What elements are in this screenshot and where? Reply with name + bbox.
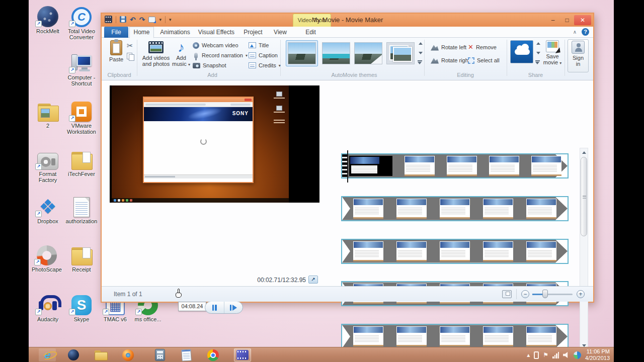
taskbar-clock[interactable]: 11:06 PM 4/20/2013 xyxy=(585,348,610,361)
credits-button[interactable]: Credits▾ xyxy=(249,61,281,70)
taskbar-firefox[interactable] xyxy=(119,348,136,361)
desktop-icon-folder-2[interactable]: 2 xyxy=(32,99,63,129)
taskbar-notepad[interactable] xyxy=(178,348,195,361)
storyboard-scrollbar[interactable] xyxy=(580,148,588,350)
copy-button[interactable] xyxy=(127,52,134,61)
tab-view[interactable]: View xyxy=(269,27,292,38)
desktop-icon-audacity[interactable]: ↗ Audacity xyxy=(32,292,63,322)
desktop-icon-total-video-converter[interactable]: C↗ Total Video Converter xyxy=(66,4,97,40)
clip-thumbnail[interactable] xyxy=(489,156,519,176)
share-scroll-down[interactable] xyxy=(536,52,540,54)
taskbar-chrome[interactable] xyxy=(204,348,221,361)
sign-in-button[interactable]: Signin xyxy=(568,39,589,72)
themes-scroll-up[interactable] xyxy=(419,42,423,45)
clip-thumbnail[interactable] xyxy=(526,326,556,346)
clip-thumbnail[interactable] xyxy=(396,326,427,346)
automovie-theme-2[interactable] xyxy=(322,42,350,64)
remove-button[interactable]: ✕Remove xyxy=(468,43,497,52)
next-frame-button[interactable] xyxy=(224,302,243,313)
desktop-icon-dropbox[interactable]: ❖↗ Dropbox xyxy=(32,194,63,224)
share-more-button[interactable] xyxy=(535,60,540,64)
help-icon[interactable]: ? xyxy=(582,28,589,36)
tray-device-icon[interactable] xyxy=(534,351,539,359)
tab-animations[interactable]: Animations xyxy=(156,27,194,38)
rotate-right-button[interactable]: Rotate right xyxy=(431,56,470,65)
tab-project[interactable]: Project xyxy=(240,27,266,38)
desktop-icon-computer-shortcut[interactable]: ↗ Computer - Shortcut xyxy=(66,50,97,86)
themes-scroll-down[interactable] xyxy=(419,52,423,54)
tray-app-icon[interactable] xyxy=(574,351,581,359)
scroll-up-button[interactable] xyxy=(580,148,588,156)
desktop-icon-photoscape[interactable]: ↗ PhotoScape xyxy=(31,242,62,273)
collapse-ribbon-icon[interactable]: ∧ xyxy=(573,29,577,35)
storyboard-clip-row[interactable] xyxy=(341,153,569,178)
share-skydrive-button[interactable] xyxy=(510,40,533,63)
clip-thumbnail[interactable] xyxy=(353,199,383,219)
record-narration-button[interactable]: Record narration▾ xyxy=(193,51,248,60)
select-all-button[interactable]: Select all xyxy=(468,56,500,65)
themes-more-button[interactable] xyxy=(418,60,422,64)
network-signal-icon[interactable] xyxy=(552,352,559,358)
cut-button[interactable]: ✂ xyxy=(127,41,133,50)
add-videos-button[interactable]: Add videosand photos xyxy=(142,39,170,72)
rotate-left-button[interactable]: Rotate left xyxy=(431,43,466,52)
clip-thumbnail[interactable] xyxy=(483,241,513,261)
tab-edit[interactable]: Edit xyxy=(297,27,325,38)
taskbar-internet-explorer[interactable]: e xyxy=(39,348,56,361)
paste-button[interactable]: Paste xyxy=(106,39,127,72)
fullscreen-button[interactable]: ↗ xyxy=(308,276,318,284)
close-button[interactable]: ✕ xyxy=(574,15,591,25)
save-movie-button[interactable]: Savemovie ▾ xyxy=(541,39,564,72)
zoom-in-button[interactable]: + xyxy=(577,290,585,298)
clip-thumbnail[interactable] xyxy=(405,156,435,176)
desktop-icon-skype[interactable]: S↗ Skype xyxy=(66,292,97,322)
desktop-icon-format-factory[interactable]: ↗ Format Factory xyxy=(32,147,63,183)
zoom-slider-thumb[interactable] xyxy=(542,290,548,298)
clip-thumbnail[interactable] xyxy=(396,241,427,261)
automovie-theme-selected[interactable] xyxy=(286,40,318,66)
desktop-icon-itechfever[interactable]: iTechFever xyxy=(66,147,97,177)
clip-thumbnail[interactable] xyxy=(440,241,470,261)
desktop-icon-vmware[interactable]: ↗ VMware Workstation xyxy=(66,99,97,135)
taskbar-movie-maker[interactable] xyxy=(234,348,251,361)
scrollbar-thumb[interactable] xyxy=(581,157,587,236)
tab-visual-effects[interactable]: Visual Effects xyxy=(195,27,237,38)
action-center-flag-icon[interactable]: ⚑ xyxy=(543,352,548,358)
taskbar-rockmelt[interactable] xyxy=(65,348,82,361)
title-button[interactable]: Title xyxy=(249,41,269,50)
automovie-theme-3[interactable] xyxy=(354,42,382,64)
minimize-button[interactable]: – xyxy=(546,15,560,25)
playhead[interactable] xyxy=(347,150,348,183)
webcam-video-button[interactable]: Webcam video xyxy=(193,41,238,50)
video-preview[interactable]: SONY xyxy=(110,85,319,203)
taskbar-file-explorer[interactable] xyxy=(92,348,109,361)
clip-thumbnail[interactable] xyxy=(483,199,513,219)
desktop-icon-authorization[interactable]: authorization xyxy=(65,194,98,224)
clip-thumbnail[interactable] xyxy=(353,326,383,346)
storyboard-clip-row[interactable] xyxy=(341,196,569,221)
automovie-theme-4[interactable] xyxy=(386,42,415,64)
snapshot-button[interactable]: Snapshot xyxy=(193,61,226,70)
clip-thumbnail[interactable] xyxy=(447,156,477,176)
volume-icon[interactable] xyxy=(563,352,570,358)
taskbar-calculator[interactable] xyxy=(151,348,169,361)
clip-thumbnail[interactable] xyxy=(526,199,556,219)
zoom-slider-track[interactable] xyxy=(532,294,573,295)
clip-thumbnail[interactable] xyxy=(440,326,470,346)
clip-thumbnail[interactable] xyxy=(349,156,392,176)
pause-button[interactable] xyxy=(205,302,224,313)
clip-thumbnail[interactable] xyxy=(526,241,556,261)
storyboard-clip-row[interactable] xyxy=(341,239,569,264)
caption-button[interactable]: Caption xyxy=(249,51,278,60)
tab-home[interactable]: Home xyxy=(129,27,154,38)
clip-thumbnail[interactable] xyxy=(440,199,470,219)
maximize-button[interactable]: □ xyxy=(560,15,574,25)
clip-thumbnail[interactable] xyxy=(531,156,561,176)
desktop-icon-receipt[interactable]: Receipt xyxy=(66,242,97,273)
clip-thumbnail[interactable] xyxy=(396,199,427,219)
zoom-out-button[interactable]: − xyxy=(521,290,529,298)
add-music-button[interactable]: ♪ Addmusic ▾ xyxy=(171,39,191,72)
share-scroll-up[interactable] xyxy=(536,42,540,45)
clip-thumbnail[interactable] xyxy=(353,241,383,261)
desktop-icon-rockmelt[interactable]: ↗ RockMelt xyxy=(32,4,63,34)
